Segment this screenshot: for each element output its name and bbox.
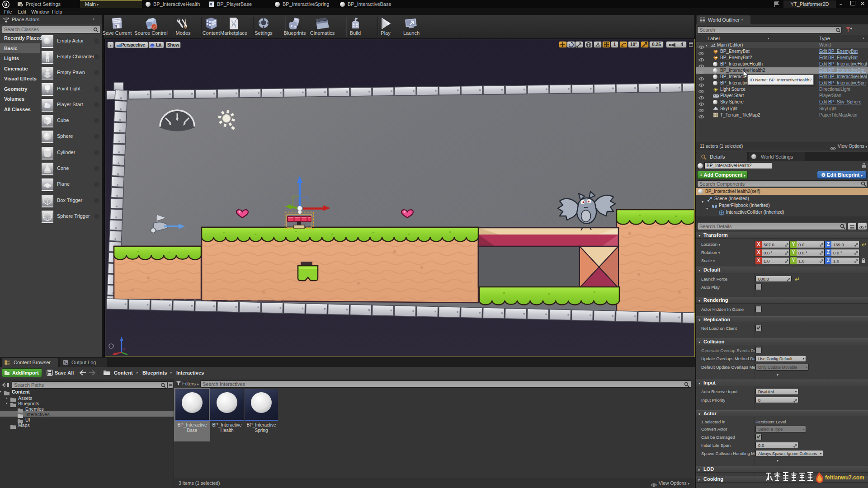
svg-text:v: v	[123, 347, 125, 351]
svg-text:feitianwu7.com: feitianwu7.com	[825, 474, 864, 481]
svg-text:10: 10	[232, 23, 236, 27]
